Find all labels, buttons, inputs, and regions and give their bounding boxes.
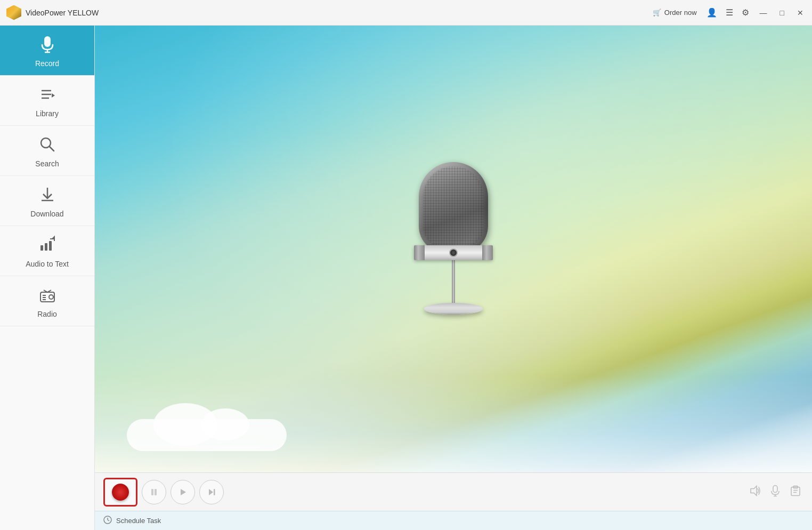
svg-rect-21 <box>155 489 157 495</box>
main-layout: Record Library Search <box>0 26 812 530</box>
play-button[interactable] <box>170 480 195 504</box>
bottom-right-icons <box>749 485 801 499</box>
svg-point-16 <box>49 295 53 299</box>
mic-band <box>414 245 493 260</box>
content-area: Schedule Task <box>95 26 812 530</box>
microphone-small-icon[interactable] <box>769 485 781 499</box>
radio-icon <box>38 286 56 307</box>
user-icon[interactable]: 👤 <box>707 7 717 18</box>
search-icon <box>38 135 56 156</box>
radio-label: Radio <box>37 310 57 318</box>
svg-rect-12 <box>45 243 47 251</box>
list-icon[interactable]: ☰ <box>726 7 733 18</box>
transport-bar <box>95 472 812 511</box>
mic-band-center <box>449 248 458 257</box>
titlebar-left: VideoPower YELLOW <box>6 5 99 20</box>
sidebar-item-search[interactable]: Search <box>0 126 94 176</box>
mic-band-screw-left <box>414 245 425 260</box>
record-circle <box>112 484 129 501</box>
clouds <box>95 376 812 472</box>
svg-marker-6 <box>52 93 55 98</box>
svg-rect-13 <box>49 241 52 251</box>
svg-rect-26 <box>773 485 777 492</box>
close-button[interactable]: ✕ <box>795 9 806 17</box>
minimize-button[interactable]: — <box>758 9 769 17</box>
library-icon <box>38 85 56 106</box>
main-bg <box>95 26 812 472</box>
app-logo <box>6 5 21 20</box>
sidebar-item-download[interactable]: Download <box>0 176 94 226</box>
pause-button[interactable] <box>142 480 166 504</box>
microphone-illustration <box>414 162 493 315</box>
mic-base <box>424 303 483 315</box>
svg-line-8 <box>50 147 54 151</box>
sidebar-item-record[interactable]: Record <box>0 26 94 76</box>
skip-button[interactable] <box>199 480 224 504</box>
download-label: Download <box>30 210 63 218</box>
sidebar: Record Library Search <box>0 26 95 530</box>
app-title: VideoPower YELLOW <box>26 9 99 17</box>
schedule-bar: Schedule Task <box>95 511 812 530</box>
mic-stand <box>452 260 455 303</box>
svg-rect-15 <box>40 292 54 302</box>
audio-to-text-icon <box>38 236 56 256</box>
titlebar-icons: 👤 ☰ ⚙ — □ ✕ <box>707 7 806 18</box>
sidebar-item-audio-to-text[interactable]: Audio to Text <box>0 226 94 276</box>
svg-rect-0 <box>44 36 51 47</box>
maximize-button[interactable]: □ <box>778 9 786 17</box>
volume-icon[interactable] <box>749 485 761 499</box>
svg-marker-25 <box>751 486 757 495</box>
svg-marker-22 <box>181 489 186 495</box>
order-now-button[interactable]: 🛒 Order now <box>653 9 697 17</box>
sidebar-item-radio[interactable]: Radio <box>0 276 94 326</box>
cloud <box>127 419 287 451</box>
audio-to-text-label: Audio to Text <box>26 260 69 268</box>
sidebar-item-library[interactable]: Library <box>0 76 94 126</box>
library-label: Library <box>36 109 59 118</box>
titlebar-right: 🛒 Order now 👤 ☰ ⚙ — □ ✕ <box>653 7 806 18</box>
clipboard-icon[interactable] <box>790 485 801 499</box>
mic-band-screw-right <box>482 245 493 260</box>
microphone-icon <box>38 35 56 56</box>
gear-icon[interactable]: ⚙ <box>742 7 749 18</box>
download-icon <box>38 186 56 206</box>
search-label: Search <box>35 159 59 168</box>
mic-head <box>419 162 488 253</box>
record-button[interactable] <box>103 478 137 507</box>
clock-icon <box>103 516 112 526</box>
svg-rect-24 <box>214 489 215 495</box>
record-label: Record <box>35 59 59 68</box>
svg-rect-11 <box>40 245 43 251</box>
svg-marker-23 <box>209 489 213 495</box>
titlebar: VideoPower YELLOW 🛒 Order now 👤 ☰ ⚙ — □ … <box>0 0 812 26</box>
svg-rect-20 <box>151 489 153 495</box>
schedule-task-label[interactable]: Schedule Task <box>116 517 161 525</box>
svg-line-35 <box>108 520 109 521</box>
cart-icon: 🛒 <box>653 9 661 17</box>
order-now-label: Order now <box>664 9 697 17</box>
